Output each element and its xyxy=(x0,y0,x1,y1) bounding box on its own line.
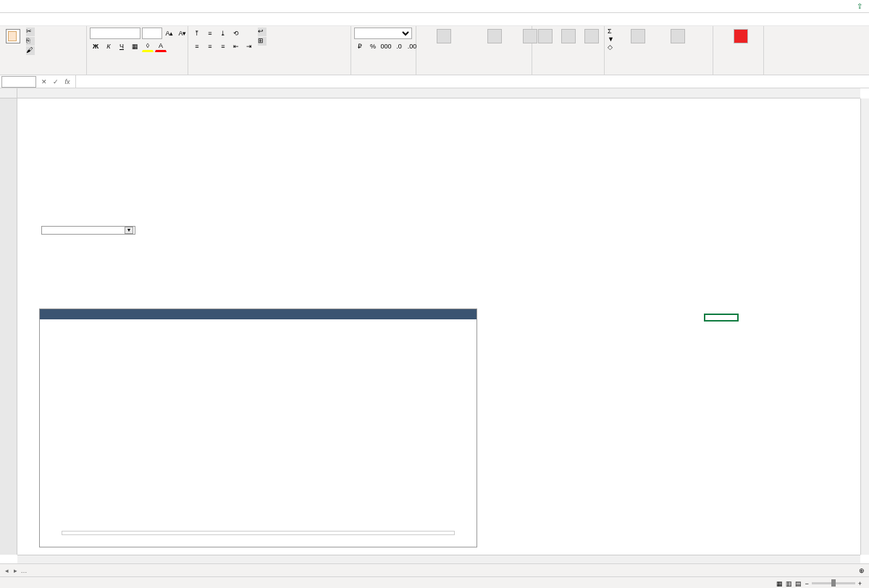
formula-input[interactable] xyxy=(75,75,869,88)
find-icon xyxy=(671,29,685,43)
font-size-select[interactable] xyxy=(142,28,162,39)
currency-button[interactable]: ₽ xyxy=(354,41,366,52)
fill-icon: ▼ xyxy=(608,35,614,43)
dec-font-button[interactable]: A▾ xyxy=(177,28,188,39)
fill-color-button[interactable]: ◊ xyxy=(142,41,154,52)
chart-tab-2 xyxy=(98,309,477,319)
row-headers xyxy=(0,98,17,555)
table-icon xyxy=(487,29,502,43)
tab-menu-button[interactable]: … xyxy=(20,567,28,574)
clear-button[interactable]: ◇ xyxy=(608,43,616,51)
border-button[interactable]: ▦ xyxy=(129,41,140,52)
spreadsheet-grid[interactable]: ▾ xyxy=(0,88,869,563)
selected-cell[interactable] xyxy=(704,314,739,322)
bold-button[interactable]: Ж xyxy=(90,41,101,52)
copy-button[interactable]: ⎘ xyxy=(26,37,37,46)
paste-icon xyxy=(6,29,20,43)
wrap-text-button[interactable]: ↩ xyxy=(258,28,269,36)
ribbon: ✂ ⎘ 🖌 A▴ A▾ Ж К Ч ▦ ◊ A xyxy=(0,26,869,75)
cancel-formula-button[interactable]: ✕ xyxy=(39,77,49,87)
chart-header xyxy=(40,309,477,319)
chart-container xyxy=(39,308,477,547)
italic-button[interactable]: К xyxy=(103,41,114,52)
name-box[interactable] xyxy=(1,76,36,88)
align-middle-button[interactable]: ≡ xyxy=(204,28,216,39)
fx-button[interactable]: fx xyxy=(62,77,72,87)
cond-format-button[interactable] xyxy=(419,28,469,46)
zoom-in-button[interactable]: + xyxy=(858,580,862,587)
insert-cells-button[interactable] xyxy=(535,28,555,46)
pdf-icon xyxy=(734,29,748,43)
merge-button[interactable]: ⊞ xyxy=(258,37,269,46)
sum-icon: Σ xyxy=(608,28,612,35)
sheet-tabs-bar: ◂ ▸ … ⊕ xyxy=(0,563,869,576)
format-painter-button[interactable]: 🖌 xyxy=(26,46,37,55)
cut-button[interactable]: ✂ xyxy=(26,28,37,36)
zoom-slider[interactable] xyxy=(812,582,855,584)
new-sheet-button[interactable]: ⊕ xyxy=(855,567,869,574)
horizontal-scrollbar[interactable] xyxy=(17,555,860,563)
pdf-button[interactable] xyxy=(716,28,765,46)
align-bottom-button[interactable]: ⤓ xyxy=(217,28,229,39)
wrap-icon: ↩ xyxy=(258,28,266,36)
align-left-button[interactable]: ≡ xyxy=(191,41,203,52)
inc-indent-button[interactable]: ⇥ xyxy=(243,41,255,52)
merge-icon: ⊞ xyxy=(258,37,266,46)
cut-icon: ✂ xyxy=(26,28,35,36)
sort-button[interactable] xyxy=(619,28,658,46)
view-layout-button[interactable]: ▥ xyxy=(786,580,792,587)
select-all-corner[interactable] xyxy=(0,88,17,98)
clear-icon: ◇ xyxy=(608,43,613,51)
insert-icon xyxy=(538,29,553,43)
underline-button[interactable]: Ч xyxy=(116,41,127,52)
zoom-thumb[interactable] xyxy=(831,579,836,587)
share-button[interactable]: ⇪ xyxy=(857,2,865,10)
fill-button[interactable]: ▼ xyxy=(608,35,616,43)
align-top-button[interactable]: ⤒ xyxy=(191,28,203,39)
view-break-button[interactable]: ▤ xyxy=(795,580,802,587)
chart-plot xyxy=(40,325,477,528)
paste-button[interactable] xyxy=(3,28,23,46)
comma-button[interactable]: 000 xyxy=(380,41,392,52)
menu-bar xyxy=(0,13,869,26)
npv-dropdown[interactable]: ▾ xyxy=(41,226,135,235)
dropdown-arrow-icon: ▾ xyxy=(125,227,133,234)
tab-prev-button[interactable]: ▸ xyxy=(12,567,19,574)
delete-icon xyxy=(561,29,576,43)
status-bar: ▦ ▥ ▤ − + xyxy=(0,576,869,588)
font-color-button[interactable]: A xyxy=(155,41,167,52)
cells-area[interactable]: ▾ xyxy=(17,98,860,555)
align-center-button[interactable]: ≡ xyxy=(204,41,216,52)
inc-decimal-button[interactable]: .0 xyxy=(393,41,405,52)
orientation-button[interactable]: ⟲ xyxy=(230,28,242,39)
chart-tab-1 xyxy=(40,309,98,319)
inc-font-button[interactable]: A▴ xyxy=(164,28,175,39)
cond-fmt-icon xyxy=(437,29,451,43)
align-right-button[interactable]: ≡ xyxy=(217,41,229,52)
share-icon: ⇪ xyxy=(857,2,862,10)
title-bar: ⇪ xyxy=(0,0,869,13)
dec-indent-button[interactable]: ⇤ xyxy=(230,41,242,52)
chart-title xyxy=(40,319,477,325)
zoom-out-button[interactable]: − xyxy=(805,580,808,587)
format-icon xyxy=(584,29,599,43)
font-name-select[interactable] xyxy=(90,28,140,39)
column-headers xyxy=(0,88,860,98)
tab-first-button[interactable]: ◂ xyxy=(3,567,10,574)
autosum-button[interactable]: Σ xyxy=(608,28,616,35)
find-button[interactable] xyxy=(660,28,695,46)
number-format-select[interactable] xyxy=(354,28,412,39)
enter-formula-button[interactable]: ✓ xyxy=(51,77,61,87)
format-cells-button[interactable] xyxy=(582,28,602,46)
copy-icon: ⎘ xyxy=(26,37,35,46)
chart-legend xyxy=(62,531,455,535)
brush-icon: 🖌 xyxy=(26,46,35,55)
formula-bar: ✕ ✓ fx xyxy=(0,75,869,88)
percent-button[interactable]: % xyxy=(367,41,379,52)
sort-icon xyxy=(631,29,645,43)
view-normal-button[interactable]: ▦ xyxy=(776,580,783,587)
vertical-scrollbar[interactable] xyxy=(860,98,869,555)
format-table-button[interactable] xyxy=(471,28,517,46)
delete-cells-button[interactable] xyxy=(558,28,579,46)
tab-nav: ◂ ▸ … xyxy=(0,567,30,574)
